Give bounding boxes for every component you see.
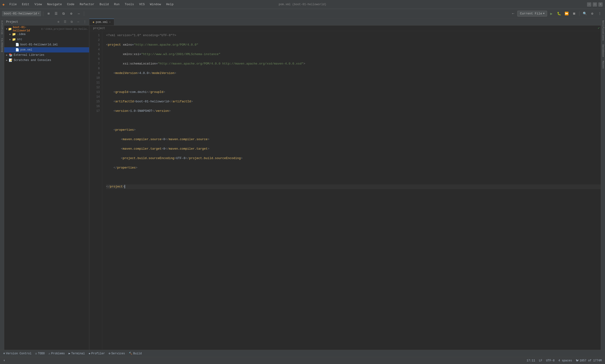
back-icon[interactable]: ← [510, 10, 516, 17]
version-control-icon: ⊕ [3, 352, 5, 355]
tree-scratches[interactable]: ▶ 📝 Scratches and Consoles [4, 58, 89, 63]
maximize-button[interactable]: □ [593, 2, 597, 7]
services-tab[interactable]: ⚙ Services [107, 351, 127, 356]
toolbar-settings-icon[interactable]: ⚙ [68, 10, 75, 17]
pom-tab-label: pom.xml [96, 21, 107, 24]
menu-refactor[interactable]: Refactor [79, 2, 95, 7]
tree-iml-file[interactable]: ▶ 📄 boot-01-helloworld.iml [4, 42, 89, 47]
more-icon[interactable]: ⋮ [596, 10, 603, 17]
menu-vcs[interactable]: VCS [138, 2, 146, 7]
encoding[interactable]: UTF-8 [545, 359, 556, 363]
cursor-position-label: 17:11 [527, 359, 535, 362]
run-with-coverage-icon[interactable]: ⏩ [563, 10, 570, 17]
editor-tab-pom[interactable]: ◈ pom.xml × [89, 19, 114, 25]
tree-external-libraries[interactable]: ▶ 📚 External Libraries [4, 52, 89, 58]
todo-label: TODO [38, 352, 45, 355]
maven-label[interactable]: Maven [601, 59, 605, 70]
run-button[interactable]: ▶ [548, 10, 555, 17]
build-tab[interactable]: 🔨 Build [127, 351, 143, 356]
services-label: Services [111, 352, 125, 355]
profiler-label: Profiler [91, 352, 105, 355]
memory-indicator[interactable]: 🐿 1057 of 1774M [574, 358, 603, 363]
tree-settings-icon[interactable]: ⚙ [56, 20, 61, 24]
current-file-selector[interactable]: Current File ▼ [517, 11, 547, 16]
debug-button[interactable]: 🐛 [556, 10, 562, 17]
code-line-10 [106, 118, 601, 123]
menu-window[interactable]: Window [149, 2, 162, 7]
no-problems-icon: ✓ [598, 26, 600, 30]
toolbar-divider-1 [43, 11, 43, 16]
cursor-position[interactable]: 17:11 [525, 359, 537, 363]
database-label[interactable]: Database [601, 42, 605, 59]
toolbar-divider-2 [84, 11, 84, 16]
pom-file-icon: 📄 [15, 48, 19, 52]
structure-tab[interactable]: Structure [0, 18, 4, 36]
window-controls: − □ × [587, 2, 603, 7]
right-panels: Notifications Database Maven [601, 18, 605, 350]
menu-help[interactable]: Help [165, 2, 174, 7]
toolbar-filter-icon[interactable]: ⧉ [60, 10, 67, 17]
breadcrumb: project [93, 27, 105, 30]
root-path: E:\IDEA_project\boot-01-helloworld [41, 28, 88, 30]
todo-tab[interactable]: ☑ TODO [34, 351, 46, 356]
toolbar-collapse-icon[interactable]: — [75, 10, 82, 17]
ext-lib-icon: 📚 [9, 53, 13, 57]
menu-run[interactable]: Run [113, 2, 120, 7]
menu-build[interactable]: Build [99, 2, 110, 7]
src-folder-icon: 📁 [12, 38, 16, 41]
code-editor[interactable]: <?xml version="1.0" encoding="UTF-8"?> <… [102, 31, 601, 350]
close-button[interactable]: × [598, 2, 603, 7]
scratches-icon: 📝 [9, 58, 13, 62]
indent-setting[interactable]: 4 spaces [557, 359, 574, 363]
minimize-button[interactable]: − [587, 2, 591, 7]
menu-navigate[interactable]: Navigate [46, 2, 63, 7]
stop-button[interactable]: ⏹ [571, 10, 577, 17]
project-dropdown-icon: ▼ [38, 12, 39, 15]
menu-code[interactable]: Code [66, 2, 75, 7]
toolbar-layout-icon[interactable]: ⊞ [45, 10, 52, 17]
bookmarks-tab[interactable]: Bookmarks [0, 36, 4, 54]
idea-folder-name: .idea [17, 33, 26, 36]
tree-src-folder[interactable]: ▶ 📁 src [4, 37, 89, 42]
tree-collapse-icon[interactable]: — [76, 20, 81, 24]
toolbar-divider-3 [579, 11, 579, 16]
problems-label: Problems [51, 352, 65, 355]
pom-tab-close[interactable]: × [109, 21, 111, 24]
code-line-7: <groupId>com.dezhi</groupId> [106, 90, 601, 94]
pom-tab-icon: ◈ [93, 20, 94, 24]
bottom-tool-bar: ⊕ Version Control ☑ TODO ⚠ Problems ▶ Te… [0, 350, 605, 357]
problems-tab[interactable]: ⚠ Problems [47, 351, 66, 356]
root-folder-icon: 📁 [8, 27, 12, 31]
menu-view[interactable]: View [34, 2, 43, 7]
indent-label: 4 spaces [558, 359, 572, 362]
terminal-tab[interactable]: ▶ Terminal [67, 351, 86, 356]
notifications-label[interactable]: Notifications [601, 18, 605, 42]
toolbar-list-icon[interactable]: ☰ [53, 10, 59, 17]
tree-pom-file[interactable]: ▶ 📄 pom.xml [4, 47, 89, 52]
tree-layout-icon[interactable]: ☰ [63, 20, 67, 24]
tree-content: ▼ 📁 boot-01-helloworld E:\IDEA_project\b… [4, 26, 89, 350]
tree-more-icon[interactable]: ⋮ [82, 20, 87, 24]
current-file-dropdown-icon: ▼ [543, 12, 544, 15]
tree-idea-folder[interactable]: ▶ 📁 .idea [4, 32, 89, 37]
tree-root-item[interactable]: ▼ 📁 boot-01-helloworld E:\IDEA_project\b… [4, 26, 89, 32]
menu-file[interactable]: File [9, 2, 18, 7]
left-tabs: Structure Bookmarks [0, 18, 4, 350]
line-ending-label: LF [539, 359, 542, 362]
code-container[interactable]: 12345 678910 1112131415 1617 <?xml versi… [89, 31, 601, 350]
settings-icon[interactable]: ⚙ [589, 10, 595, 17]
vcs-push-icon: ⬆ [3, 359, 5, 362]
menu-tools[interactable]: Tools [124, 2, 135, 7]
current-file-label: Current File [520, 12, 542, 15]
code-line-14: <project.build.sourceEncoding>UTF-8</pro… [106, 156, 601, 161]
profiler-tab[interactable]: ◈ Profiler [87, 351, 106, 356]
project-selector[interactable]: boot-01-helloworld ▼ [2, 11, 41, 16]
version-control-tab[interactable]: ⊕ Version Control [2, 351, 33, 356]
tree-filter-icon[interactable]: ⧉ [69, 20, 74, 24]
code-line-8: <artifactId>boot-01-helloworld</artifact… [106, 99, 601, 104]
search-everywhere-icon[interactable]: 🔍 [581, 10, 588, 17]
line-ending[interactable]: LF [537, 359, 543, 363]
main-content: Structure Bookmarks Project ⚙ ☰ ⧉ — ⋮ ▼ … [0, 18, 605, 350]
vcs-status[interactable]: ⬆ [2, 358, 6, 363]
menu-edit[interactable]: Edit [21, 2, 30, 7]
